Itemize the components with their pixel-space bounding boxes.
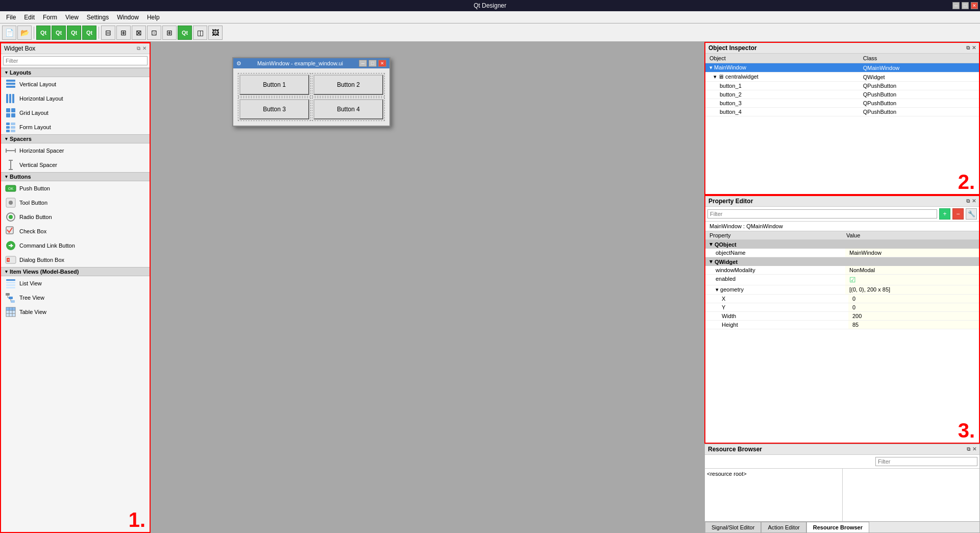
item-vertical-layout[interactable]: Vertical Layout bbox=[1, 77, 150, 91]
pe-float-icon[interactable]: ⧉ bbox=[966, 198, 970, 204]
cmdlink-icon bbox=[5, 240, 16, 251]
toolbar-layout4[interactable]: ⊡ bbox=[147, 26, 161, 40]
category-layouts[interactable]: ▾ Layouts bbox=[1, 68, 150, 77]
item-dialog-btn-box[interactable]: ✕ Dialog Button Box bbox=[1, 253, 150, 267]
tab-signal-slot[interactable]: Signal/Slot Editor bbox=[705, 522, 761, 532]
item-tree-view[interactable]: Tree View bbox=[1, 290, 150, 305]
item-form-layout[interactable]: Form Layout bbox=[1, 120, 150, 134]
prop-value-x[interactable]: 0 bbox=[848, 295, 979, 303]
category-item-views[interactable]: ▾ Item Views (Model-Based) bbox=[1, 267, 150, 276]
item-tool-button[interactable]: Tool Button bbox=[1, 196, 150, 210]
table-row[interactable]: button_4 QPushButton bbox=[705, 108, 979, 116]
category-spacers[interactable]: ▾ Spacers bbox=[1, 134, 150, 143]
table-row[interactable]: ▾ MainWindow QMainWindow bbox=[705, 63, 979, 72]
item-hspacer[interactable]: ↔ Horizontal Spacer bbox=[1, 143, 150, 158]
table-row[interactable]: button_1 QPushButton bbox=[705, 82, 979, 90]
canvas-area[interactable]: ⚙ MainWindow - example_window.ui ─ □ ✕ B… bbox=[151, 42, 704, 533]
item-vspacer[interactable]: Vertical Spacer bbox=[1, 158, 150, 172]
maximize-button[interactable]: □ bbox=[962, 2, 969, 9]
toolbar-layout6[interactable]: ◫ bbox=[193, 26, 207, 40]
dialog-maximize[interactable]: □ bbox=[369, 60, 377, 67]
prop-value-geometry[interactable]: [(0, 0), 200 x 85] bbox=[845, 285, 979, 294]
svg-rect-50 bbox=[6, 307, 15, 310]
menu-file[interactable]: File bbox=[2, 13, 20, 22]
svg-text:✕: ✕ bbox=[7, 258, 10, 261]
prop-value-width[interactable]: 200 bbox=[848, 312, 979, 320]
prop-row-geometry[interactable]: ▾ geometry [(0, 0), 200 x 85] bbox=[705, 285, 979, 295]
menu-help[interactable]: Help bbox=[143, 13, 164, 22]
toolbar-layout2[interactable]: ⊞ bbox=[116, 26, 131, 40]
prop-group-qobject[interactable]: ▾ QObject bbox=[705, 240, 979, 249]
table-row[interactable]: ▾ 🖥 centralwidget QWidget bbox=[705, 72, 979, 82]
layouts-arrow: ▾ bbox=[5, 70, 8, 75]
prop-row-windowmodality[interactable]: windowModality NonModal bbox=[705, 266, 979, 275]
dialog-button-4[interactable]: Button 4 bbox=[313, 99, 383, 119]
widget-box-float-icon[interactable]: ⧉ bbox=[137, 45, 140, 52]
prop-add-btn[interactable]: + bbox=[939, 208, 950, 220]
rb-float-icon[interactable]: ⧉ bbox=[967, 446, 970, 452]
item-list-view[interactable]: List View bbox=[1, 276, 150, 290]
dialog-button-1[interactable]: Button 1 bbox=[239, 75, 309, 95]
pe-close-icon[interactable]: ✕ bbox=[972, 198, 976, 204]
menu-edit[interactable]: Edit bbox=[20, 13, 39, 22]
prop-row-height[interactable]: Height 85 bbox=[705, 321, 979, 329]
item-grid-layout[interactable]: Grid Layout bbox=[1, 106, 150, 120]
dialog-close[interactable]: ✕ bbox=[378, 60, 386, 67]
item-push-button[interactable]: OK Push Button bbox=[1, 181, 150, 196]
prop-row-width[interactable]: Width 200 bbox=[705, 312, 979, 321]
prop-value-windowmodality[interactable]: NonModal bbox=[845, 266, 979, 274]
dialog-button-3[interactable]: Button 3 bbox=[239, 99, 309, 119]
prop-value-enabled[interactable]: ☑ bbox=[845, 275, 979, 285]
toolbar-screenshot[interactable]: 🖼 bbox=[208, 26, 223, 40]
toolbar-layout5[interactable]: ⊞ bbox=[162, 26, 177, 40]
table-row[interactable]: button_2 QPushButton bbox=[705, 90, 979, 99]
prop-filter-input[interactable] bbox=[707, 209, 937, 219]
rb-close-icon[interactable]: ✕ bbox=[972, 446, 976, 452]
obj-name: ▾ MainWindow bbox=[705, 63, 859, 72]
menu-window[interactable]: Window bbox=[113, 13, 143, 22]
prop-value-objectname[interactable]: MainWindow bbox=[845, 249, 979, 257]
item-check-box[interactable]: Check Box bbox=[1, 224, 150, 238]
menu-view[interactable]: View bbox=[61, 13, 83, 22]
dialog-minimize[interactable]: ─ bbox=[359, 60, 367, 67]
close-button[interactable]: ✕ bbox=[971, 2, 978, 9]
enabled-checkbox[interactable]: ☑ bbox=[849, 276, 856, 284]
toolbar-qt2[interactable]: Qt bbox=[52, 26, 66, 40]
tab-resource-browser[interactable]: Resource Browser bbox=[806, 522, 869, 532]
oi-close-icon[interactable]: ✕ bbox=[972, 45, 976, 51]
minimize-button[interactable]: ─ bbox=[952, 2, 960, 9]
pe-icons: ⧉ ✕ bbox=[966, 198, 976, 204]
prop-row-y[interactable]: Y 0 bbox=[705, 303, 979, 312]
item-horizontal-layout[interactable]: Horizontal Layout bbox=[1, 91, 150, 106]
widget-list: ▾ Layouts Vertical Layout bbox=[1, 68, 150, 532]
menu-form[interactable]: Form bbox=[39, 13, 61, 22]
prop-remove-btn[interactable]: − bbox=[952, 208, 964, 220]
toolbar-layout1[interactable]: ⊟ bbox=[101, 26, 115, 40]
menu-settings[interactable]: Settings bbox=[83, 13, 113, 22]
toolbar-qt5[interactable]: Qt bbox=[178, 26, 192, 40]
item-radio-button[interactable]: Radio Button bbox=[1, 210, 150, 224]
resource-filter-input[interactable] bbox=[875, 457, 977, 466]
prop-value-y[interactable]: 0 bbox=[848, 303, 979, 311]
oi-float-icon[interactable]: ⧉ bbox=[966, 45, 970, 51]
prop-row-enabled[interactable]: enabled ☑ bbox=[705, 275, 979, 285]
toolbar-qt1[interactable]: Qt bbox=[36, 26, 51, 40]
item-table-view[interactable]: Table View bbox=[1, 305, 150, 319]
category-buttons[interactable]: ▾ Buttons bbox=[1, 172, 150, 181]
dialog-button-2[interactable]: Button 2 bbox=[313, 75, 383, 95]
widget-box-close-icon[interactable]: ✕ bbox=[142, 45, 146, 52]
toolbar-layout3[interactable]: ⊠ bbox=[132, 26, 146, 40]
prop-value-height[interactable]: 85 bbox=[848, 321, 979, 329]
item-command-link[interactable]: Command Link Button bbox=[1, 238, 150, 253]
table-row[interactable]: button_3 QPushButton bbox=[705, 99, 979, 108]
tab-action-editor[interactable]: Action Editor bbox=[761, 522, 806, 532]
prop-row-x[interactable]: X 0 bbox=[705, 295, 979, 303]
toolbar-open[interactable]: 📂 bbox=[17, 26, 32, 40]
toolbar-qt4[interactable]: Qt bbox=[82, 26, 96, 40]
prop-configure-btn[interactable]: 🔧 bbox=[966, 208, 977, 220]
prop-group-qwidget[interactable]: ▾ QWidget bbox=[705, 257, 979, 266]
prop-row-objectname[interactable]: objectName MainWindow bbox=[705, 249, 979, 257]
toolbar-qt3[interactable]: Qt bbox=[67, 26, 81, 40]
widget-filter-input[interactable] bbox=[3, 56, 148, 65]
toolbar-new[interactable]: 📄 bbox=[2, 26, 16, 40]
